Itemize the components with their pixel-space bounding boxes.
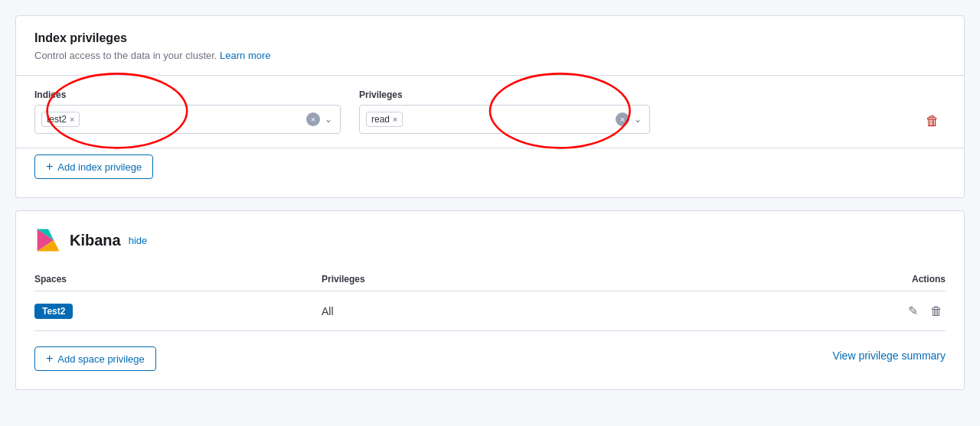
privileges-combobox[interactable]: read × × ⌄ bbox=[359, 105, 650, 134]
delete-icon: 🗑 bbox=[926, 113, 939, 128]
indices-label: Indices bbox=[34, 89, 341, 100]
indices-combobox[interactable]: test2 × × ⌄ bbox=[34, 105, 341, 134]
privileges-field-group: Privileges read × × ⌄ bbox=[359, 89, 650, 134]
delete-index-privilege-button[interactable]: 🗑 bbox=[920, 110, 946, 132]
kibana-hide-link[interactable]: hide bbox=[129, 235, 148, 246]
learn-more-link[interactable]: Learn more bbox=[220, 50, 270, 61]
add-icon: + bbox=[46, 161, 53, 173]
privileges-label: Privileges bbox=[359, 89, 650, 100]
edit-row-button[interactable]: ✎ bbox=[905, 301, 921, 321]
kibana-privileges-table: Spaces Privileges Actions Test2 All ✎ bbox=[34, 268, 946, 331]
edit-icon: ✎ bbox=[908, 304, 918, 318]
panel-footer: + Add space privilege View privilege sum… bbox=[34, 340, 946, 371]
index-privilege-row: Indices test2 × × ⌄ Privileges bbox=[34, 76, 946, 148]
privileges-tags: read × bbox=[366, 112, 612, 127]
kibana-header: Kibana hide bbox=[34, 226, 946, 254]
space-badge: Test2 bbox=[34, 304, 73, 319]
index-privileges-title: Index privileges bbox=[34, 31, 946, 45]
spaces-cell: Test2 bbox=[34, 291, 322, 331]
indices-clear-button[interactable]: × bbox=[306, 112, 320, 126]
indices-tags: test2 × bbox=[41, 112, 303, 127]
table-row: Test2 All ✎ 🗑 bbox=[34, 291, 946, 331]
table-header-row: Spaces Privileges Actions bbox=[34, 268, 946, 291]
privilege-tag-read: read × bbox=[366, 112, 403, 127]
privilege-cell: All bbox=[322, 291, 644, 331]
actions-column-header: Actions bbox=[644, 268, 946, 291]
indices-combobox-actions: × ⌄ bbox=[306, 112, 334, 126]
actions-cell: ✎ 🗑 bbox=[644, 291, 946, 331]
delete-row-button[interactable]: 🗑 bbox=[927, 301, 946, 321]
add-space-privilege-button[interactable]: + Add space privilege bbox=[34, 346, 156, 371]
view-privilege-summary-link[interactable]: View privilege summary bbox=[832, 350, 946, 362]
index-tag-close[interactable]: × bbox=[70, 115, 74, 124]
delete-row-icon: 🗑 bbox=[930, 304, 942, 318]
kibana-title: Kibana bbox=[70, 232, 121, 249]
indices-field-group: Indices test2 × × ⌄ bbox=[34, 89, 341, 134]
privileges-column-header: Privileges bbox=[322, 268, 644, 291]
privileges-combobox-actions: × ⌄ bbox=[616, 112, 643, 126]
add-space-icon: + bbox=[46, 353, 53, 365]
index-privileges-description: Control access to the data in your clust… bbox=[34, 50, 946, 61]
kibana-logo-icon bbox=[34, 226, 62, 254]
indices-chevron-icon[interactable]: ⌄ bbox=[323, 112, 334, 126]
privileges-clear-button[interactable]: × bbox=[616, 112, 629, 126]
row-actions: ✎ 🗑 bbox=[644, 301, 946, 321]
privilege-tag-close[interactable]: × bbox=[393, 115, 397, 124]
privileges-chevron-icon[interactable]: ⌄ bbox=[632, 112, 643, 126]
add-index-privilege-button[interactable]: + Add index privilege bbox=[34, 154, 153, 179]
spaces-column-header: Spaces bbox=[34, 268, 322, 291]
index-tag-test2: test2 × bbox=[41, 112, 80, 127]
